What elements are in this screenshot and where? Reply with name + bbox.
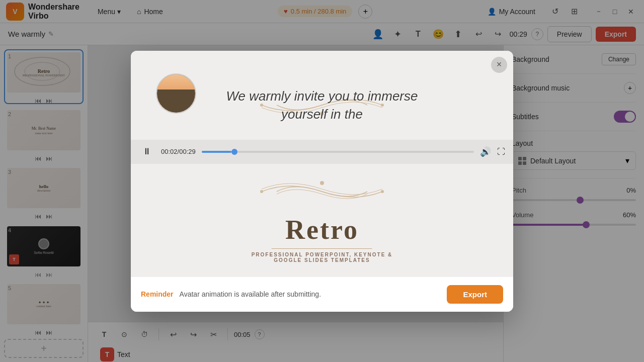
progress-fill [202,151,232,153]
pause-button[interactable]: ⏸ [139,144,155,160]
video-progress-bar[interactable] [202,151,474,153]
volume-button[interactable]: 🔊 [480,146,491,157]
svg-point-6 [320,181,324,185]
top-ornament [257,178,387,206]
export-button-modal[interactable]: Export [447,285,503,304]
modal-video-area: Retro PROFESSIONAL POWERPOINT, KEYNOTE &… [131,51,513,277]
slide-title-area: Retro PROFESSIONAL POWERPOINT, KEYNOTE &… [252,214,393,263]
video-time: 00:02/00:29 [161,148,196,155]
preview-modal: × [131,51,513,312]
slide-main-title: Retro [252,214,393,245]
slide-subtitle1: PROFESSIONAL POWERPOINT, KEYNOTE & [252,252,393,257]
reminder-label: Reminder [141,290,174,298]
modal-footer: Reminder Avatar animation is available a… [131,277,513,312]
modal-overlay[interactable]: × [0,0,644,362]
fullscreen-button[interactable]: ⛶ [497,147,505,156]
reminder-text: Avatar animation is available after subm… [180,290,441,298]
title-divider-top [272,248,372,249]
modal-close-button[interactable]: × [491,57,507,73]
svg-point-7 [260,190,263,193]
progress-thumb[interactable] [231,149,237,155]
video-controls-bar: ⏸ 00:02/00:29 🔊 ⛶ [131,140,513,164]
svg-point-8 [381,190,384,193]
video-subtitle-text: We warmly invite you to immerseyourself … [169,87,475,124]
slide-subtitle2: GOOGLE SLIDES TEMPLATES [252,257,393,263]
